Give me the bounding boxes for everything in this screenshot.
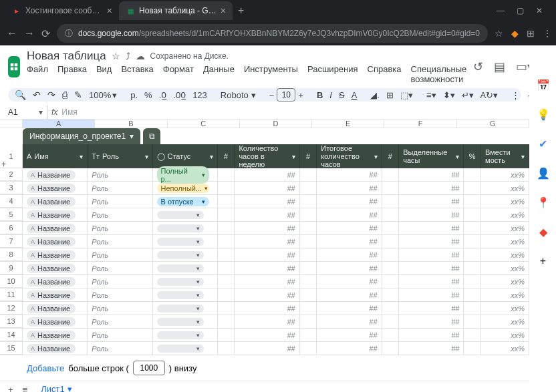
- cell-status[interactable]: ▾: [153, 262, 218, 274]
- cell-hours-week[interactable]: ##: [235, 262, 299, 274]
- cell-status[interactable]: ▾: [153, 235, 218, 248]
- cell-hash[interactable]: [464, 342, 481, 355]
- all-sheets-icon[interactable]: ≡: [23, 385, 28, 392]
- cell-alloc[interactable]: ##: [399, 208, 464, 221]
- rotate-icon[interactable]: A↻▾: [480, 90, 499, 100]
- cell-alloc[interactable]: ##: [399, 262, 464, 274]
- cell-hash[interactable]: [300, 222, 317, 234]
- increase-decimal-icon[interactable]: .00̲: [173, 90, 186, 100]
- cell-hash[interactable]: [464, 248, 481, 261]
- cell-hours-total[interactable]: ##: [317, 262, 382, 274]
- new-tab-button[interactable]: +: [233, 5, 249, 17]
- cell-name[interactable]: AНазвание: [23, 262, 88, 274]
- sheets-logo-icon[interactable]: [8, 56, 20, 77]
- copy-chip-icon[interactable]: ⧉: [143, 128, 160, 144]
- cell-alloc[interactable]: ##: [399, 315, 464, 328]
- cell-name[interactable]: AНазвание: [23, 235, 88, 248]
- cell-name[interactable]: AНазвание: [23, 275, 88, 288]
- add-rows-input[interactable]: [133, 361, 165, 375]
- row-header[interactable]: 13: [0, 315, 23, 328]
- cell-hash[interactable]: [382, 182, 400, 194]
- cell-hash[interactable]: [464, 275, 481, 288]
- cell-capacity[interactable]: xx%: [481, 168, 529, 181]
- cell-hours-week[interactable]: ##: [235, 182, 299, 194]
- cell-hash[interactable]: [300, 235, 317, 248]
- cell-hash[interactable]: [382, 302, 400, 315]
- cell-hash[interactable]: [300, 248, 317, 261]
- cell-name[interactable]: AНазвание: [23, 302, 88, 315]
- menu-item[interactable]: Данные: [203, 64, 235, 84]
- cell-hash[interactable]: [218, 302, 235, 315]
- row-header[interactable]: 9: [0, 262, 23, 274]
- merge-icon[interactable]: ⬚▾: [400, 90, 413, 100]
- cell-status[interactable]: Полный р...▾: [153, 168, 218, 181]
- cell-capacity[interactable]: xx%: [481, 208, 529, 221]
- cell-status[interactable]: ▾: [153, 342, 218, 355]
- row-header[interactable]: 3: [0, 182, 23, 194]
- cell-hash[interactable]: [218, 168, 235, 181]
- row-header[interactable]: 7: [0, 235, 23, 248]
- cell-capacity[interactable]: xx%: [481, 195, 529, 208]
- menu-item[interactable]: Расширения: [307, 64, 358, 84]
- cell-alloc[interactable]: ##: [399, 288, 464, 301]
- bold-icon[interactable]: B: [317, 90, 323, 100]
- cell-hours-total[interactable]: ##: [317, 248, 382, 261]
- close-icon[interactable]: ×: [107, 5, 112, 16]
- column-letter[interactable]: C: [168, 120, 240, 128]
- cell-hours-week[interactable]: ##: [235, 342, 299, 355]
- cell-alloc[interactable]: ##: [399, 195, 464, 208]
- cell-hours-total[interactable]: ##: [317, 222, 382, 234]
- cell-hash[interactable]: [382, 208, 400, 221]
- cell-capacity[interactable]: xx%: [481, 248, 529, 261]
- add-rows-link[interactable]: Добавьте: [27, 363, 64, 373]
- decrease-decimal-icon[interactable]: .0̲: [159, 90, 167, 100]
- cell-hash[interactable]: [300, 329, 317, 341]
- cell-status[interactable]: Неполный...▾: [153, 182, 218, 194]
- formula-bar[interactable]: Имя: [61, 108, 521, 117]
- row-header[interactable]: 8: [0, 248, 23, 261]
- cell-capacity[interactable]: xx%: [481, 315, 529, 328]
- cell-hash[interactable]: [464, 222, 481, 234]
- cell-hash[interactable]: [218, 315, 235, 328]
- cell-hash[interactable]: [382, 288, 400, 301]
- minimize-icon[interactable]: —: [497, 6, 505, 15]
- cell-hash[interactable]: [464, 315, 481, 328]
- cell-role[interactable]: Роль: [88, 315, 152, 328]
- cell-status[interactable]: ▾: [153, 288, 218, 301]
- cell-status[interactable]: ▾: [153, 329, 218, 341]
- cell-alloc[interactable]: ##: [399, 275, 464, 288]
- cell-hash[interactable]: [382, 342, 400, 355]
- cell-hours-total[interactable]: ##: [317, 288, 382, 301]
- cell-role[interactable]: Роль: [88, 182, 152, 194]
- cell-hours-week[interactable]: ##: [235, 248, 299, 261]
- column-header-hours-total[interactable]: Итоговое количество часов▾: [317, 144, 382, 168]
- cell-alloc[interactable]: ##: [399, 248, 464, 261]
- cell-name[interactable]: AНазвание: [23, 329, 88, 341]
- cell-hours-total[interactable]: ##: [317, 275, 382, 288]
- cell-hash[interactable]: [464, 262, 481, 274]
- cell-hash[interactable]: [218, 275, 235, 288]
- cell-role[interactable]: Роль: [88, 222, 152, 234]
- meet-icon[interactable]: ▭▾: [516, 59, 529, 74]
- cell-hash[interactable]: [300, 208, 317, 221]
- cell-hours-total[interactable]: ##: [317, 168, 382, 181]
- cell-hash[interactable]: [218, 208, 235, 221]
- cell-capacity[interactable]: xx%: [481, 235, 529, 248]
- cell-capacity[interactable]: xx%: [481, 342, 529, 355]
- maps-icon[interactable]: 📍: [537, 196, 550, 210]
- cell-hash[interactable]: [382, 248, 400, 261]
- extension-icon[interactable]: ◆: [511, 28, 519, 39]
- column-header-pct[interactable]: %: [464, 144, 481, 168]
- undo-icon[interactable]: ↶: [33, 89, 41, 100]
- cell-name[interactable]: AНазвание: [23, 222, 88, 234]
- cell-role[interactable]: Роль: [88, 208, 152, 221]
- comment-icon[interactable]: ▤: [494, 59, 505, 74]
- cell-hash[interactable]: [218, 235, 235, 248]
- cell-hash[interactable]: [464, 329, 481, 341]
- cell-capacity[interactable]: xx%: [481, 182, 529, 194]
- cell-role[interactable]: Роль: [88, 288, 152, 301]
- column-header-alloc[interactable]: Выделенные часы▾: [399, 144, 464, 168]
- add-row-icon[interactable]: +: [1, 160, 6, 169]
- close-window-icon[interactable]: ✕: [536, 6, 543, 15]
- row-header[interactable]: 15: [0, 342, 23, 355]
